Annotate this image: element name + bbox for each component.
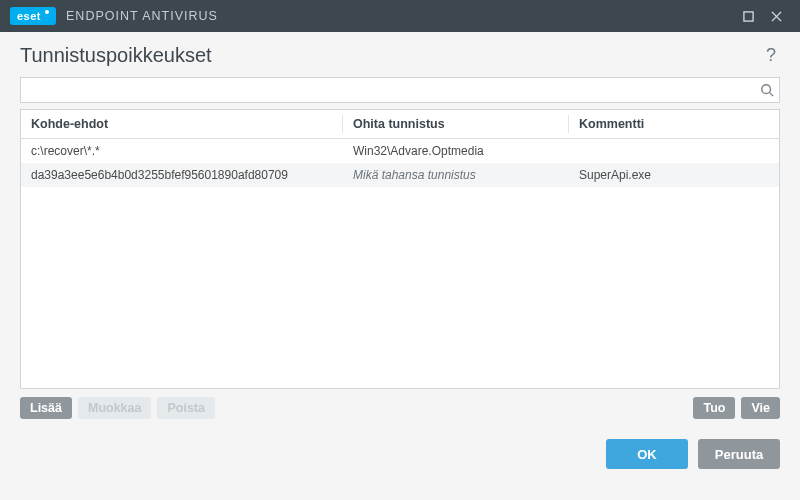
col-header-target[interactable]: Kohde-ehdot (21, 110, 343, 138)
import-button[interactable]: Tuo (693, 397, 735, 419)
add-button[interactable]: Lisää (20, 397, 72, 419)
cell-target: c:\recover\*.* (21, 139, 343, 163)
svg-rect-0 (743, 11, 752, 20)
minimize-button[interactable] (734, 0, 762, 32)
svg-point-3 (762, 85, 771, 94)
search-input[interactable] (20, 77, 780, 103)
col-header-comment[interactable]: Kommentti (569, 110, 779, 138)
edit-button[interactable]: Muokkaa (78, 397, 152, 419)
close-icon (771, 11, 782, 22)
cell-target: da39a3ee5e6b4b0d3255bfef95601890afd80709 (21, 163, 343, 187)
cell-detection: Win32\Advare.Optmedia (343, 139, 569, 163)
exclusions-table: Kohde-ehdot Ohita tunnistus Kommentti c:… (20, 109, 780, 389)
toolbar: Lisää Muokkaa Poista Tuo Vie (0, 389, 800, 419)
export-button[interactable]: Vie (741, 397, 780, 419)
titlebar: eset ENDPOINT ANTIVIRUS (0, 0, 800, 32)
page-title: Tunnistuspoikkeukset (20, 44, 212, 67)
minimize-icon (743, 11, 754, 22)
search-icon[interactable] (760, 83, 774, 97)
cell-comment (569, 139, 779, 163)
help-button[interactable]: ? (762, 45, 780, 66)
cancel-button[interactable]: Peruuta (698, 439, 780, 469)
table-row[interactable]: da39a3ee5e6b4b0d3255bfef95601890afd80709… (21, 163, 779, 187)
search-wrap (20, 77, 780, 103)
close-button[interactable] (762, 0, 790, 32)
table-row[interactable]: c:\recover\*.* Win32\Advare.Optmedia (21, 139, 779, 163)
brand-dot (45, 10, 49, 14)
delete-button[interactable]: Poista (157, 397, 215, 419)
content: Kohde-ehdot Ohita tunnistus Kommentti c:… (0, 77, 800, 389)
brand-badge: eset (10, 7, 56, 25)
cell-comment: SuperApi.exe (569, 163, 779, 187)
table-body: c:\recover\*.* Win32\Advare.Optmedia da3… (21, 139, 779, 388)
footer: OK Peruuta (0, 419, 800, 489)
svg-line-4 (770, 93, 774, 97)
col-header-detection[interactable]: Ohita tunnistus (343, 110, 569, 138)
cell-detection: Mikä tahansa tunnistus (343, 163, 569, 187)
ok-button[interactable]: OK (606, 439, 688, 469)
table-header: Kohde-ehdot Ohita tunnistus Kommentti (21, 110, 779, 139)
brand-badge-text: eset (17, 10, 41, 22)
brand-text: ENDPOINT ANTIVIRUS (66, 9, 218, 23)
header-row: Tunnistuspoikkeukset ? (0, 32, 800, 77)
